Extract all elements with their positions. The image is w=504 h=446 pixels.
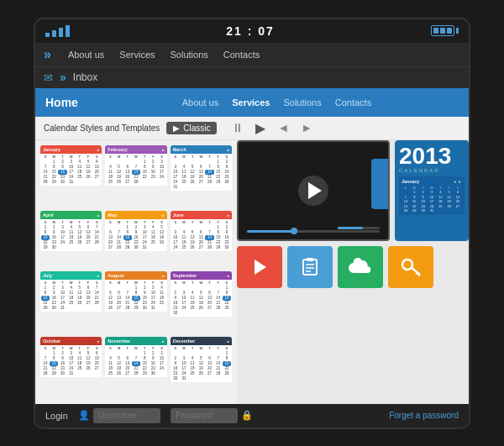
inbox-text: Inbox [73,71,97,83]
cal-november: November» SMTWTFS 123 45678910 111213141… [105,337,166,399]
calendar-styles-text: Calendar Styles and Templates [44,123,160,133]
lock-icon: 🔒 [241,410,253,421]
battery-body [431,25,454,36]
bar3 [59,28,63,37]
jan-grid: SMTWTFS 123456 78910111213 1415161718192… [40,154,102,186]
right-column: 2013 CALENDAR January ◄ ► SMTWTFS 123456 [237,140,469,404]
nav-bar: » About us Services Solutions Contacts [35,43,469,66]
feb-header: February» [105,145,166,154]
volume-bar [338,227,380,229]
tile-play[interactable] [237,246,282,288]
nov-header: November» [105,337,166,345]
time-display: 21 : 07 [226,24,275,38]
battery-cell-1 [433,28,438,34]
volume-fill [338,227,363,229]
login-bar: Login 👤 🔒 Forget a password [35,404,469,428]
pause-btn[interactable]: ⏸ [232,121,244,134]
may-header: May» [105,211,166,219]
tile-clipboard[interactable] [287,246,333,288]
cal-july: July» SMTWTFS 1234567 891011121314 15161… [40,271,102,333]
blue-nav-services[interactable]: Services [232,97,270,108]
cal-mini-month: January [402,179,419,184]
cal-mini-days: SMTWTFS 123456 78910111213 1415161718192… [402,186,462,213]
content-area: Calendar Styles and Templates ▶ Classic … [35,117,469,404]
cal-mini-grid: January ◄ ► SMTWTFS 123456 78910111213 1… [399,176,465,216]
bar2 [52,30,56,37]
username-input[interactable] [93,408,160,423]
svg-marker-0 [255,260,266,275]
cal-december: December» SMTWTFS 1 2345678 910111213141… [171,337,232,399]
inbox-arrows: » [60,71,66,84]
key-icon [400,256,422,278]
clipboard-icon [300,257,320,277]
svg-rect-1 [303,260,317,275]
cal-march: March» SMTWTFS 12 3456789 10111213141516… [171,145,232,207]
login-label: Login [45,411,68,421]
sep-header: September» [171,271,232,280]
apr-header: April» [40,211,102,219]
cal-june: June» SMTWTFS 12 3456789 10111213141516 … [171,211,232,268]
video-progress-bar [247,230,380,233]
classic-button[interactable]: ▶ Classic [166,122,217,134]
blue-nav-solutions[interactable]: Solutions [283,97,321,108]
progress-dot [291,228,297,234]
classic-label: Classic [183,123,210,133]
prev-btn[interactable]: ◄ [277,121,289,134]
media-controls: ⏸ ▶ ◄ ► [232,120,312,136]
nav-link-contacts[interactable]: Contacts [223,50,260,60]
cal-october: October» SMTWTFS 123456 78910111213 1415… [40,337,102,399]
mar-header: March» [171,145,232,154]
battery-cell-2 [440,28,445,34]
cal-may: May» SMTWTFS 12345 6789101112 1314151617… [105,211,166,268]
blue-nav-home[interactable]: Home [45,96,78,109]
next-btn[interactable]: ► [301,121,312,134]
nav-link-services[interactable]: Services [119,50,155,60]
battery-tip [456,28,459,34]
svg-line-7 [411,267,420,275]
blue-nav-about[interactable]: About us [182,97,218,108]
play-button-large[interactable] [298,176,328,206]
cal-february: February» SMTWTFS 123 45678910 111213141… [105,145,166,207]
tile-cloud[interactable] [338,246,383,288]
cal-year: 2013 [399,144,465,168]
blue-nav: Home About us Services Solutions Contact… [35,88,469,117]
bar1 [45,33,50,37]
jun-header: June» [171,211,232,219]
cloud-icon [349,258,372,276]
cal-2013-widget: 2013 CALENDAR January ◄ ► SMTWTFS 123456 [395,140,469,241]
play-triangle-icon [308,182,322,199]
progress-fill [247,230,293,233]
jul-header: July» [40,271,102,280]
aug-header: August» [105,271,166,280]
usb-decoration [371,159,390,209]
cal-label: CALENDAR [399,168,465,173]
blue-nav-contacts[interactable]: Contacts [335,97,371,108]
oct-header: October» [40,337,102,345]
nav-link-about[interactable]: About us [68,50,104,60]
cal-mini-nav[interactable]: ◄ ► [453,179,462,184]
nav-links: About us Services Solutions Contacts [68,50,260,60]
cal-mini-header: January ◄ ► [402,179,462,184]
inbox-bar: ✉ » Inbox [35,66,469,88]
jan-days: SMTWTFS 123456 78910111213 1415161718192… [41,155,101,185]
username-wrap: 👤 [78,408,160,423]
tiles-row [237,246,469,288]
tile-key[interactable] [388,246,433,288]
password-wrap: 🔒 [171,408,253,423]
cal-january: January» SMTWTFS 123456 78910111213 1415… [40,145,102,207]
play-arrow-icon: ▶ [173,123,180,133]
cal-august: August» SMTWTFS 1234 567891011 121314151… [105,271,166,333]
calendar-bar: Calendar Styles and Templates ▶ Classic … [35,117,469,140]
phone-container: 21 : 07 » About us Services Solutions Co… [34,18,470,429]
jan-header: January» [40,145,102,154]
nav-arrows: » [44,47,51,62]
nav-link-solutions[interactable]: Solutions [171,50,208,60]
password-input[interactable] [171,408,238,423]
user-icon: 👤 [78,410,90,421]
blue-nav-links: About us Services Solutions Contacts [95,97,459,108]
forget-password-link[interactable]: Forget a password [389,411,459,420]
signal-bars [45,25,70,37]
play-btn-small[interactable]: ▶ [255,120,265,136]
video-player[interactable] [237,140,390,241]
battery-cell-3 [447,28,452,34]
